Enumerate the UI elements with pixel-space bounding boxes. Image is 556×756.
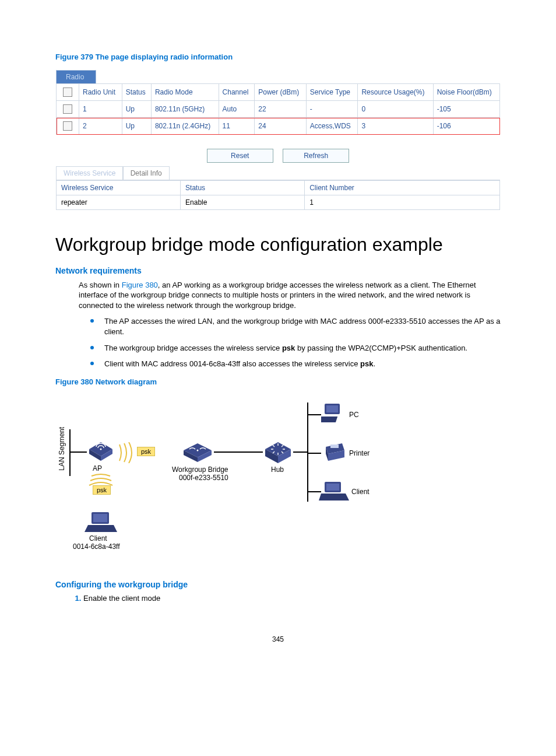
bus-vertical-line [307,402,308,502]
col-power: Power (dBm) [255,84,307,101]
client-right-icon [319,480,349,503]
col-client-number: Client Number [305,181,500,195]
radio-table: Radio Unit Status Radio Mode Channel Pow… [56,83,500,135]
col-ws-status: Status [181,181,305,195]
cell-channel: Auto [219,101,255,118]
cell-channel: 11 [219,118,255,135]
configuring-heading: Configuring the workgroup bridge [55,580,501,589]
col-radio-mode: Radio Mode [151,84,219,101]
hub-icon [263,440,293,466]
wireless-service-table: Wireless Service Status Client Number re… [56,180,500,210]
bridge-to-hub-line [214,452,263,453]
radio-table-row[interactable]: 2 Up 802.11n (2.4GHz) 11 24 Access,WDS 3… [57,118,500,135]
client-laptop-icon [85,510,117,534]
refresh-button[interactable]: Refresh [283,149,349,163]
lan-segment-bar [69,429,71,476]
ap-icon [87,440,115,463]
cell-status: Up [122,118,151,135]
list-item-text: The AP accesses the wired LAN, and the w… [104,317,501,336]
tab-detail-info[interactable]: Detail Info [123,166,170,180]
client-mac-label: 0014-6c8a-43ff [73,542,120,551]
figure-379-title: Figure 379 The page displaying radio inf… [55,52,501,61]
cell-noise: -105 [433,101,499,118]
svg-rect-5 [93,514,107,522]
svg-rect-20 [330,444,339,448]
cell-service: - [306,101,358,118]
wb-label-line2: 000f-e233-5510 [179,474,228,482]
row-checkbox[interactable] [57,118,79,135]
list-item: The workgroup bridge accesses the wirele… [90,343,501,354]
network-diagram: LAN Segment AP psk [55,394,405,569]
cell-usage: 3 [358,118,433,135]
cell-mode: 802.11n (5GHz) [151,101,219,118]
cell-unit: 2 [79,118,122,135]
cell-status: Up [122,101,151,118]
cell-usage: 0 [358,101,433,118]
col-channel: Channel [219,84,255,101]
page-number: 345 [55,635,501,643]
bus-to-printer-line [307,453,321,454]
list-item-text: The workgroup bridge accesses the wirele… [104,344,282,352]
hub-to-bus-line [293,452,307,453]
list-item-text: . [373,359,375,368]
step-item: Enable the client mode [83,594,501,603]
svg-rect-16 [321,416,337,422]
lan-to-ap-line [69,452,87,453]
row-checkbox[interactable] [57,101,79,118]
cell-power: 24 [255,118,307,135]
col-status: Status [122,84,151,101]
cell-ws-status: Enable [181,195,305,210]
col-service-type: Service Type [306,84,358,101]
figure-380-link[interactable]: Figure 380 [122,281,158,289]
psk-label-vertical: psk [93,485,111,495]
svg-point-3 [100,448,102,450]
cell-ws-client: 1 [305,195,500,210]
cell-mode: 802.11n (2.4GHz) [151,118,219,135]
hub-label: Hub [271,466,284,474]
step-text: Enable the client mode [83,594,160,603]
tab-wireless-service[interactable]: Wireless Service [56,166,123,180]
ws-table-row[interactable]: repeater Enable 1 [57,195,500,210]
bus-to-pc-line [307,414,321,415]
workgroup-bridge-icon [181,441,214,464]
intro-paragraph: As shown in Figure 380, an AP working as… [79,280,501,311]
radio-info-panel: Radio Radio Unit Status Radio Mode Chann… [55,69,501,211]
list-item: Client with MAC address 0014-6c8a-43ff a… [90,359,501,369]
client-right-label: Client [351,488,370,496]
client-label-1: Client [89,534,107,542]
wb-label-line1: Workgroup Bridge [172,466,228,474]
radio-table-row[interactable]: 1 Up 802.11n (5GHz) Auto 22 - 0 -105 [57,101,500,118]
cell-unit: 1 [79,101,122,118]
lan-segment-label: LAN Segment [58,427,66,471]
main-heading: Workgroup bridge mode configuration exam… [55,234,501,256]
svg-rect-22 [326,484,339,491]
col-radio-unit: Radio Unit [79,84,122,101]
intro-pre: As shown in [79,281,122,289]
list-item-text: Client with MAC address 0014-6c8a-43ff a… [104,359,360,368]
printer-icon [321,441,347,464]
list-item-text: by passing the WPA2(CCMP)+PSK authentica… [295,344,467,352]
ap-label: AP [93,464,102,473]
pc-label: PC [349,411,359,419]
radio-tab[interactable]: Radio [56,70,96,83]
cell-power: 22 [255,101,307,118]
printer-label: Printer [349,449,370,457]
pc-icon [321,402,347,426]
cell-ws-service: repeater [57,195,181,210]
reset-button[interactable]: Reset [207,149,273,163]
col-wireless-service: Wireless Service [57,181,181,195]
list-item-bold: psk [282,344,295,352]
svg-rect-15 [326,405,338,412]
network-requirements-heading: Network requirements [55,266,501,275]
svg-marker-6 [85,525,117,532]
cell-noise: -106 [433,118,499,135]
svg-marker-23 [319,494,349,501]
figure-380-title: Figure 380 Network diagram [55,377,501,386]
steps-list: Enable the client mode [55,594,501,603]
cell-service: Access,WDS [306,118,358,135]
psk-label-horizontal: psk [137,447,155,456]
col-noise-floor: Noise Floor(dBm) [433,84,499,101]
requirements-list: The AP accesses the wired LAN, and the w… [55,316,501,369]
list-item: The AP accesses the wired LAN, and the w… [90,316,501,337]
select-all-checkbox[interactable] [57,84,79,101]
